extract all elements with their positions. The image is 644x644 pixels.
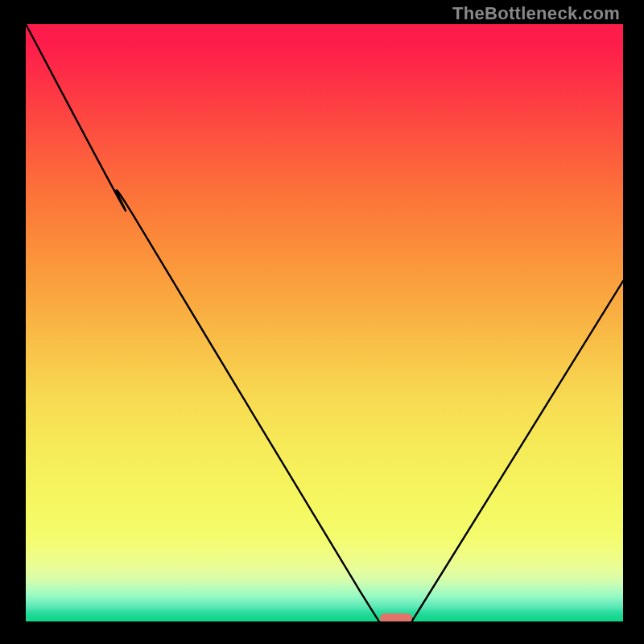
curve-svg — [26, 24, 623, 621]
watermark-text: TheBottleneck.com — [452, 3, 620, 24]
plot-area — [26, 24, 623, 621]
optimal-marker — [380, 613, 413, 621]
chart-container: TheBottleneck.com — [0, 0, 644, 644]
bottleneck-curve — [26, 24, 623, 621]
